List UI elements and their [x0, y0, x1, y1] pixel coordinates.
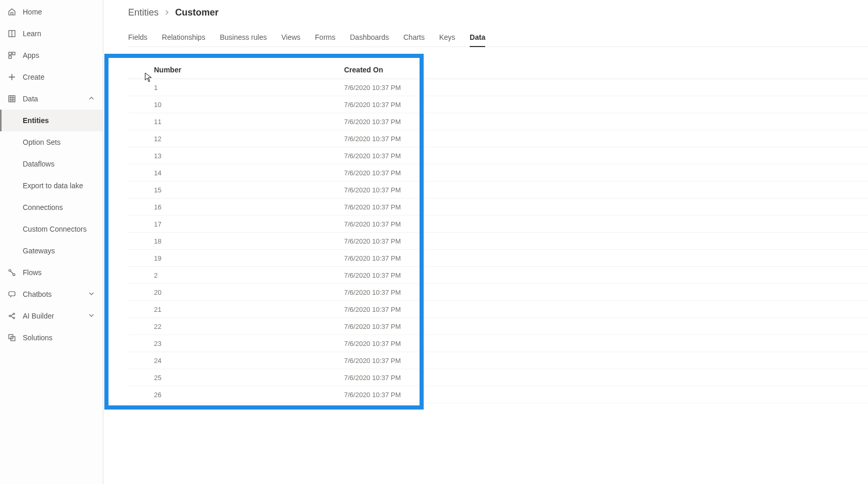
table-row[interactable]: 107/6/2020 10:37 PM: [128, 96, 868, 113]
cell-number: 15: [128, 186, 344, 194]
cell-number: 20: [128, 289, 344, 296]
sidebar-item-label: Apps: [23, 51, 96, 59]
table-row[interactable]: 117/6/2020 10:37 PM: [128, 113, 868, 130]
sidebar-item-solutions[interactable]: Solutions: [0, 327, 103, 349]
chevron-right-icon: [164, 9, 170, 16]
tab-business-rules[interactable]: Business rules: [220, 29, 267, 47]
table-row[interactable]: 147/6/2020 10:37 PM: [128, 164, 868, 182]
column-header-created-on[interactable]: Created On: [344, 66, 499, 74]
sidebar-item-label: Export to data lake: [23, 182, 83, 190]
tab-data[interactable]: Data: [470, 29, 485, 47]
breadcrumb-parent[interactable]: Entities: [128, 7, 159, 18]
sidebar-item-home[interactable]: Home: [0, 1, 103, 23]
cell-number: 23: [128, 340, 344, 347]
grid-icon: [7, 94, 17, 103]
tab-dashboards[interactable]: Dashboards: [350, 29, 389, 47]
svg-rect-3: [9, 56, 11, 58]
cell-created-on: 7/6/2020 10:37 PM: [344, 101, 499, 109]
sidebar-item-create[interactable]: Create: [0, 66, 103, 88]
sidebar-item-label: Chatbots: [23, 290, 88, 298]
cell-number: 19: [128, 254, 344, 262]
svg-point-5: [9, 269, 11, 271]
sidebar-item-label: Learn: [23, 29, 96, 38]
cell-created-on: 7/6/2020 10:37 PM: [344, 152, 499, 160]
cell-created-on: 7/6/2020 10:37 PM: [344, 254, 499, 262]
sidebar-item-label: Flows: [23, 268, 96, 277]
table-row[interactable]: 167/6/2020 10:37 PM: [128, 199, 868, 216]
svg-rect-7: [9, 292, 15, 296]
cell-created-on: 7/6/2020 10:37 PM: [344, 271, 499, 279]
tab-forms[interactable]: Forms: [315, 29, 336, 47]
sidebar-item-learn[interactable]: Learn: [0, 23, 103, 44]
sidebar-item-label: Dataflows: [23, 160, 54, 168]
book-icon: [7, 29, 17, 38]
cell-created-on: 7/6/2020 10:37 PM: [344, 323, 499, 330]
sidebar-item-chatbots[interactable]: Chatbots: [0, 283, 103, 305]
sidebar-item-export-data-lake[interactable]: Export to data lake: [0, 175, 103, 196]
sidebar-item-label: Home: [23, 8, 96, 16]
table-row[interactable]: 197/6/2020 10:37 PM: [128, 250, 868, 267]
sidebar-item-flows[interactable]: Flows: [0, 262, 103, 283]
table-row[interactable]: 217/6/2020 10:37 PM: [128, 301, 868, 318]
table-row[interactable]: 207/6/2020 10:37 PM: [128, 284, 868, 301]
table-row[interactable]: 157/6/2020 10:37 PM: [128, 182, 868, 199]
chat-icon: [7, 290, 17, 299]
breadcrumb: Entities Customer: [128, 5, 868, 20]
sidebar-item-apps[interactable]: Apps: [0, 44, 103, 66]
sidebar-item-dataflows[interactable]: Dataflows: [0, 153, 103, 175]
sidebar-item-ai-builder[interactable]: AI Builder: [0, 305, 103, 327]
column-header-number[interactable]: Number: [128, 66, 344, 74]
sidebar-item-gateways[interactable]: Gateways: [0, 240, 103, 262]
sidebar: Home Learn Apps Create Data Entities Opt…: [0, 0, 103, 484]
cell-number: 1: [128, 84, 344, 92]
sidebar-item-custom-connectors[interactable]: Custom Connectors: [0, 218, 103, 240]
cell-number: 13: [128, 152, 344, 160]
table-row[interactable]: 237/6/2020 10:37 PM: [128, 335, 868, 352]
ai-icon: [7, 311, 17, 321]
table-row[interactable]: 137/6/2020 10:37 PM: [128, 147, 868, 164]
svg-rect-4: [9, 96, 15, 102]
home-icon: [7, 7, 17, 17]
cell-created-on: 7/6/2020 10:37 PM: [344, 374, 499, 382]
table-row[interactable]: 27/6/2020 10:37 PM: [128, 267, 868, 284]
cell-number: 25: [128, 374, 344, 382]
tab-charts[interactable]: Charts: [404, 29, 425, 47]
cell-created-on: 7/6/2020 10:37 PM: [344, 237, 499, 245]
table-row[interactable]: 127/6/2020 10:37 PM: [128, 130, 868, 147]
sidebar-item-label: Option Sets: [23, 138, 60, 146]
table-row[interactable]: 247/6/2020 10:37 PM: [128, 352, 868, 369]
tab-relationships[interactable]: Relationships: [162, 29, 205, 47]
cell-created-on: 7/6/2020 10:37 PM: [344, 84, 499, 92]
cell-created-on: 7/6/2020 10:37 PM: [344, 220, 499, 228]
table-row[interactable]: 257/6/2020 10:37 PM: [128, 369, 868, 386]
svg-rect-1: [9, 52, 11, 55]
table-row[interactable]: 267/6/2020 10:37 PM: [128, 386, 868, 403]
table-row[interactable]: 227/6/2020 10:37 PM: [128, 318, 868, 335]
flow-icon: [7, 268, 17, 277]
sidebar-item-label: Entities: [23, 116, 49, 125]
sidebar-item-entities[interactable]: Entities: [0, 110, 103, 131]
tab-fields[interactable]: Fields: [128, 29, 147, 47]
sidebar-item-option-sets[interactable]: Option Sets: [0, 131, 103, 153]
table-row[interactable]: 17/6/2020 10:37 PM: [128, 79, 868, 96]
breadcrumb-current: Customer: [175, 7, 219, 18]
svg-point-6: [13, 274, 15, 276]
table-row[interactable]: 177/6/2020 10:37 PM: [128, 216, 868, 233]
sidebar-item-connections[interactable]: Connections: [0, 196, 103, 218]
cell-created-on: 7/6/2020 10:37 PM: [344, 357, 499, 365]
cell-created-on: 7/6/2020 10:37 PM: [344, 340, 499, 347]
tab-views[interactable]: Views: [281, 29, 300, 47]
sidebar-item-data[interactable]: Data: [0, 88, 103, 110]
cell-number: 11: [128, 118, 344, 126]
tab-keys[interactable]: Keys: [439, 29, 455, 47]
cell-number: 26: [128, 391, 344, 399]
table-row[interactable]: 187/6/2020 10:37 PM: [128, 233, 868, 250]
cell-created-on: 7/6/2020 10:37 PM: [344, 289, 499, 296]
cell-number: 22: [128, 323, 344, 330]
cell-number: 21: [128, 306, 344, 313]
sidebar-item-label: Data: [23, 95, 88, 103]
main-content: Entities Customer Fields Relationships B…: [103, 0, 868, 484]
sidebar-item-label: Connections: [23, 203, 63, 211]
cell-number: 24: [128, 357, 344, 365]
cell-created-on: 7/6/2020 10:37 PM: [344, 135, 499, 143]
